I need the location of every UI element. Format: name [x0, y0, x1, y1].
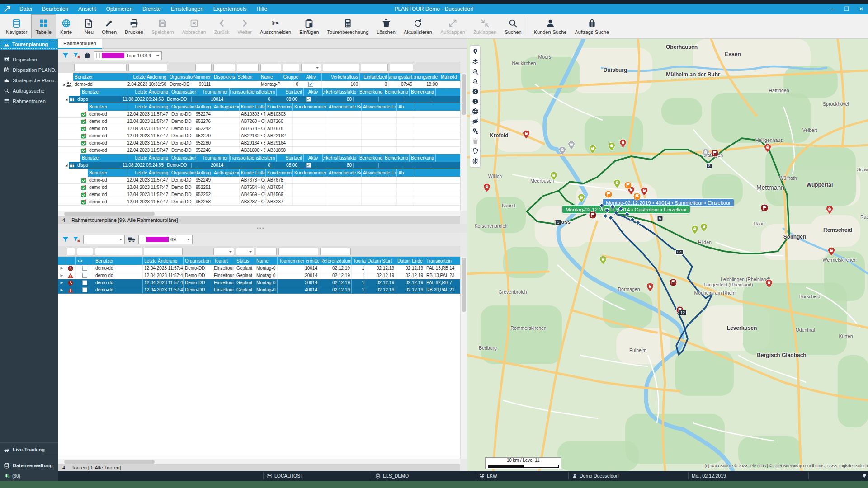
checkbox-unchecked[interactable] [82, 280, 87, 285]
sidebar-item-disposition[interactable]: Disposition [0, 54, 58, 65]
map-tool-zoomout[interactable] [472, 78, 479, 85]
column-header[interactable]: Verkehrsflussfakto [323, 88, 358, 96]
expand-toggle[interactable] [61, 82, 66, 87]
column-header[interactable]: Bemerkung 3 [410, 88, 436, 96]
map-pin-red[interactable] [641, 187, 648, 197]
column-header[interactable]: Ab [397, 103, 415, 111]
menu-bearbeiten[interactable]: Bearbeiten [37, 6, 73, 12]
column-header[interactable]: Transportdienstleistern [230, 154, 277, 162]
column-header[interactable]: Benutzer [80, 88, 127, 96]
column-header[interactable]: Benutzer [73, 73, 127, 81]
column-filter-input[interactable] [213, 248, 234, 255]
suchen-button[interactable]: Suchen [500, 14, 525, 38]
empty-filter-combo[interactable] [83, 235, 125, 244]
vehicle-filter-combo[interactable]: 69 [138, 235, 193, 244]
row-checkbox[interactable] [76, 272, 94, 279]
map-pin-grey[interactable] [559, 146, 566, 157]
column-header[interactable]: Bemerkung 2 [383, 88, 410, 96]
column-header[interactable]: Abweichende Entlade [362, 169, 397, 177]
tour-row[interactable]: ▶demo-dd12.04.2023 11:57:47Demo-DDEinzel… [58, 265, 460, 272]
column-header[interactable]: Auftrag [196, 169, 212, 177]
column-filter-input[interactable] [67, 248, 75, 255]
column-header[interactable]: Abweichende Belade [327, 103, 362, 111]
map-pin-green[interactable] [590, 145, 596, 155]
column-header[interactable]: Aktiv [300, 73, 322, 81]
column-header[interactable]: Ab [397, 169, 415, 177]
column-header[interactable]: Organisation [170, 154, 196, 162]
scrollbar-thumb[interactable] [64, 460, 155, 464]
map-stop-marker[interactable] [603, 212, 608, 220]
column-filter-input[interactable] [323, 64, 359, 71]
map-pin-green[interactable] [609, 142, 615, 153]
lower-h-scrollbar[interactable] [58, 459, 460, 464]
map-flag-dark[interactable] [589, 211, 597, 221]
menu-expertentools[interactable]: Expertentools [208, 6, 251, 12]
map-flag-dark[interactable] [711, 150, 719, 159]
map-tool-polygon[interactable] [472, 148, 479, 155]
column-header[interactable]: Organisation [170, 103, 196, 111]
column-header[interactable]: Auftrag [196, 103, 212, 111]
column-header[interactable]: Planungsende [414, 73, 439, 81]
column-header[interactable]: Bemerkung [358, 88, 383, 96]
map-tool-gear[interactable] [472, 158, 479, 164]
map-stop-marker[interactable] [636, 219, 640, 227]
column-header[interactable]: <> [76, 257, 94, 265]
map-flag-dark[interactable] [670, 279, 677, 288]
column-header[interactable]: Sektion [236, 73, 259, 81]
map-tool-trash[interactable] [472, 138, 479, 145]
aktualisieren-button[interactable]: Aktualisieren [400, 14, 436, 38]
menu-optimieren[interactable]: Optimieren [101, 6, 137, 12]
map-pin-grey[interactable] [703, 149, 709, 159]
column-header[interactable]: Tourart [212, 257, 235, 265]
grid-row[interactable]: demo-dd12.04.2023 11:57:47Demo-DD952276A… [58, 118, 460, 125]
checkbox-unchecked[interactable] [82, 273, 87, 278]
column-filter-input[interactable] [256, 248, 277, 255]
column-header[interactable]: Organisation [170, 169, 196, 177]
column-filter-input[interactable] [390, 64, 413, 71]
map-pin-green[interactable] [551, 172, 557, 182]
column-header[interactable]: Kundennummer Belad [293, 169, 327, 177]
auftrags-suche-button[interactable]: Auftrags-Suche [571, 14, 613, 38]
löschen-button[interactable]: Löschen [373, 14, 400, 38]
column-header[interactable]: Dispokreis [212, 73, 236, 81]
column-header[interactable]: Status [235, 257, 255, 265]
map-pin-green[interactable] [692, 225, 698, 236]
column-filter-input[interactable] [128, 64, 167, 71]
menu-datei[interactable]: Datei [14, 6, 37, 12]
sidebar-item-rahmentouren[interactable]: Rahmentouren [0, 96, 58, 106]
menu-dienste[interactable]: Dienste [137, 6, 166, 12]
column-header[interactable]: Organisation [184, 257, 212, 265]
öffnen-button[interactable]: Öffnen [98, 14, 121, 38]
column-header[interactable]: Benutzer [88, 169, 127, 177]
map-pin-green[interactable] [614, 179, 621, 190]
column-header[interactable]: Nummer [194, 73, 212, 81]
tabelle-button[interactable]: Tabelle [31, 14, 56, 38]
column-header[interactable]: Abweichende Belade [327, 169, 362, 177]
grid-row[interactable]: demo-dd12.04.2023 11:57:47Demo-DD952252A… [58, 191, 460, 198]
column-header[interactable]: Letzte Änderung [127, 103, 170, 111]
grid-row[interactable]: demo-dd12.04.2023 11:57:47Demo-DD952253A… [58, 198, 460, 206]
column-filter-input[interactable] [77, 248, 93, 255]
sidebar-item-auftragssuche[interactable]: Auftragssuche [0, 85, 58, 96]
column-header[interactable]: Tourtag [352, 257, 366, 265]
scrollbar-thumb[interactable] [462, 258, 466, 312]
column-header[interactable]: Abweichende Entlade [362, 103, 397, 111]
lower-v-scrollbar[interactable] [460, 257, 467, 459]
column-header[interactable]: Letzte Änderung [127, 88, 170, 96]
column-header[interactable]: Kundennumme [266, 169, 293, 177]
expand-toggle[interactable] [64, 163, 69, 168]
column-header[interactable]: Einfädelzeit [360, 73, 389, 81]
map-tool-eyeoff[interactable] [472, 118, 479, 125]
column-header[interactable]: Organisation [168, 73, 194, 81]
checkbox-unchecked[interactable] [82, 266, 87, 271]
map-tool-pingroup[interactable] [472, 128, 479, 135]
drucken-button[interactable]: Drucken [121, 14, 147, 38]
column-header[interactable]: Tournummer ermittelt [278, 257, 319, 265]
column-header[interactable]: Name [255, 257, 278, 265]
map-tool-navr[interactable] [472, 98, 479, 105]
column-header[interactable]: Bemerkung [358, 154, 383, 162]
column-filter-input[interactable] [236, 248, 254, 255]
column-header[interactable]: Kundennummer Belad [293, 103, 327, 111]
einfügen-button[interactable]: Einfügen [295, 14, 323, 38]
map-pin-grey[interactable] [568, 141, 575, 151]
